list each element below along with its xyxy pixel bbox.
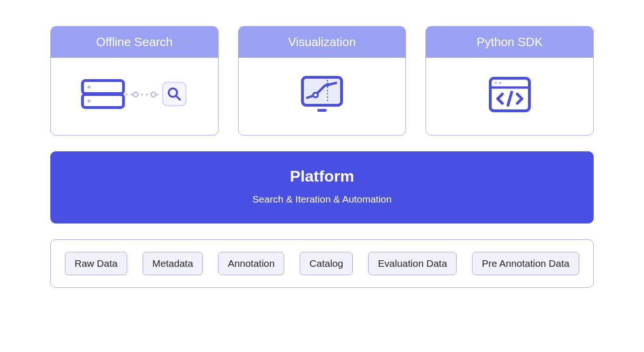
- chip-evaluation-data: Evaluation Data: [368, 252, 457, 275]
- database-search-icon: [81, 76, 188, 115]
- card-title: Python SDK: [426, 27, 593, 58]
- card-python-sdk: Python SDK: [425, 26, 594, 135]
- svg-point-3: [88, 100, 91, 103]
- svg-point-17: [494, 82, 497, 84]
- chip-catalog: Catalog: [300, 252, 353, 275]
- svg-point-2: [88, 86, 91, 89]
- chart-monitor-icon: [300, 74, 344, 116]
- svg-point-5: [133, 92, 138, 97]
- card-offline-search: Offline Search: [50, 26, 219, 135]
- card-title: Visualization: [239, 27, 406, 58]
- platform-subtitle: Search & Iteration & Automation: [60, 194, 584, 205]
- architecture-diagram: Offline Search: [50, 26, 594, 288]
- card-body: [239, 58, 406, 135]
- card-visualization: Visualization: [238, 26, 406, 135]
- svg-rect-14: [317, 109, 327, 112]
- chip-annotation: Annotation: [218, 252, 284, 275]
- data-panel: Raw Data Metadata Annotation Catalog Eva…: [50, 239, 594, 288]
- chip-pre-annotation-data: Pre Annotation Data: [472, 252, 579, 275]
- card-body: [426, 58, 593, 135]
- platform-bar: Platform Search & Iteration & Automation: [50, 151, 594, 223]
- code-window-icon: [487, 75, 532, 115]
- svg-point-6: [151, 92, 156, 97]
- chip-raw-data: Raw Data: [65, 252, 127, 275]
- svg-rect-10: [302, 77, 342, 105]
- svg-point-18: [499, 82, 501, 84]
- svg-point-11: [313, 93, 318, 97]
- svg-rect-7: [163, 82, 186, 106]
- card-title: Offline Search: [51, 27, 218, 58]
- top-card-row: Offline Search: [50, 26, 594, 135]
- platform-title: Platform: [60, 167, 584, 185]
- card-body: [51, 58, 218, 135]
- chip-metadata: Metadata: [143, 252, 203, 275]
